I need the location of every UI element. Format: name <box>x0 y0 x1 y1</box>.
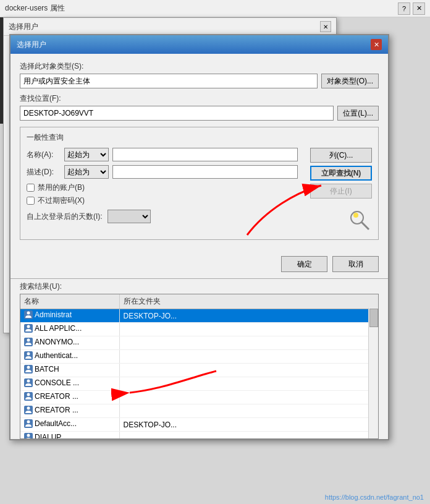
cell-name: ANONYMO... <box>20 336 119 350</box>
outer-dialog-titlebar: 选择用户 ✕ <box>4 18 336 36</box>
svg-point-12 <box>27 434 30 437</box>
table-row[interactable]: AdministratDESKTOP-JO... <box>20 309 378 323</box>
cell-name: DIALUP <box>20 432 119 440</box>
vertical-scrollbar[interactable] <box>368 308 378 438</box>
table-row[interactable]: CREATOR ... <box>20 391 378 404</box>
location-group: 查找位置(F): 位置(L)... <box>20 93 379 121</box>
object-type-group: 选择此对象类型(S): 对象类型(O)... <box>20 61 379 88</box>
cell-name: DefaultAcc... <box>20 418 119 432</box>
name-label: 名称(A): <box>27 150 61 160</box>
disabled-checkbox-row: 禁用的账户(B) <box>27 182 298 193</box>
cell-name: ALL APPLIC... <box>20 323 119 336</box>
background-window-titlebar: docker-users 属性 ? ✕ <box>0 0 430 17</box>
desc-label: 描述(D): <box>27 167 61 177</box>
table-row[interactable]: CREATOR ... <box>20 404 378 418</box>
user-icon: Administrat <box>24 310 72 319</box>
main-dialog-title: 选择用户 <box>17 40 46 50</box>
table-row[interactable]: DIALUP <box>20 432 378 440</box>
cell-location <box>119 377 378 391</box>
table-row[interactable]: ALL APPLIC... <box>20 323 378 336</box>
results-table-container: 名称 所在文件夹 AdministratDESKTOP-JO...ALL APP… <box>20 294 379 439</box>
cell-name: Administrat <box>20 309 119 323</box>
object-type-btn[interactable]: 对象类型(O)... <box>321 74 379 88</box>
svg-point-8 <box>27 380 30 383</box>
table-row[interactable]: CONSOLE ... <box>20 377 378 391</box>
results-section: 搜索结果(U): 名称 所在文件夹 AdministratDESKTOP-JO.… <box>11 278 388 439</box>
stop-btn[interactable]: 停止(I) <box>310 184 372 199</box>
svg-point-3 <box>27 312 30 315</box>
user-icon: CREATOR ... <box>24 406 78 414</box>
cancel-btn[interactable]: 取消 <box>332 256 379 272</box>
search-now-btn[interactable]: 立即查找(N) <box>310 166 372 181</box>
no-expire-label: 不过期密码(X) <box>38 195 85 206</box>
general-query-title: 一般性查询 <box>27 132 372 143</box>
location-input[interactable] <box>20 106 334 121</box>
cell-location <box>119 336 378 350</box>
dialog-footer: 确定 取消 <box>11 254 388 278</box>
name-select[interactable]: 起始为 <box>64 148 109 161</box>
days-label: 自上次登录后的天数(I): <box>27 211 103 222</box>
user-icon: CREATOR ... <box>24 392 78 401</box>
desc-text-input[interactable] <box>112 165 298 179</box>
cell-location <box>119 432 378 440</box>
outer-dialog-close-btn[interactable]: ✕ <box>320 21 331 32</box>
cell-location <box>119 391 378 404</box>
watermark: https://blog.csdn.net/fagrant_no1 <box>325 493 424 501</box>
general-query-box: 一般性查询 名称(A): 起始为 描述(D): <box>20 127 379 240</box>
list-btn[interactable]: 列(C)... <box>310 148 372 163</box>
desc-select[interactable]: 起始为 <box>64 165 109 179</box>
background-window-title: docker-users 属性 <box>5 3 65 14</box>
cell-name: CREATOR ... <box>20 404 119 418</box>
user-icon: DefaultAcc... <box>24 419 77 428</box>
search-icon <box>347 208 372 234</box>
cell-name: CREATOR ... <box>20 391 119 404</box>
table-row[interactable]: Authenticat... <box>20 350 378 364</box>
user-icon: BATCH <box>24 365 59 374</box>
background-help-btn[interactable]: ? <box>398 2 410 15</box>
cell-location <box>119 404 378 418</box>
name-text-input[interactable] <box>112 148 298 161</box>
svg-point-11 <box>27 421 30 424</box>
cell-location: DESKTOP-JO... <box>119 418 378 432</box>
outer-dialog-title: 选择用户 <box>9 22 38 32</box>
cell-name: CONSOLE ... <box>20 377 119 391</box>
ok-btn[interactable]: 确定 <box>281 256 327 272</box>
table-row[interactable]: DefaultAcc...DESKTOP-JO... <box>20 418 378 432</box>
user-icon: Authenticat... <box>24 351 78 360</box>
location-btn[interactable]: 位置(L)... <box>337 106 379 121</box>
col-location-header: 所在文件夹 <box>119 294 378 309</box>
cell-name: Authenticat... <box>20 350 119 364</box>
cell-location <box>119 364 378 377</box>
main-dialog-close-btn[interactable]: ✕ <box>371 39 382 50</box>
svg-point-6 <box>27 352 30 356</box>
disabled-label: 禁用的账户(B) <box>38 182 85 193</box>
days-input[interactable] <box>108 210 151 223</box>
svg-point-10 <box>27 407 30 410</box>
cell-location <box>119 350 378 364</box>
object-type-input[interactable] <box>20 74 318 88</box>
cell-name: BATCH <box>20 364 119 377</box>
user-icon: ANONYMO... <box>24 338 79 346</box>
no-expire-checkbox-row: 不过期密码(X) <box>27 195 298 206</box>
svg-line-1 <box>361 222 369 229</box>
user-icon: CONSOLE ... <box>24 378 79 387</box>
table-row[interactable]: BATCH <box>20 364 378 377</box>
cell-location <box>119 323 378 336</box>
location-label: 查找位置(F): <box>20 93 379 104</box>
user-icon: DIALUP <box>24 433 61 439</box>
table-row[interactable]: ANONYMO... <box>20 336 378 350</box>
user-icon: ALL APPLIC... <box>24 324 82 333</box>
cell-location: DESKTOP-JO... <box>119 309 378 323</box>
background-close-btn[interactable]: ✕ <box>413 2 425 15</box>
svg-point-5 <box>27 339 30 342</box>
svg-point-7 <box>27 366 30 369</box>
main-dialog: 选择用户 ✕ 选择此对象类型(S): 对象类型(O)... 查找位置(F): 位… <box>9 34 389 440</box>
disabled-checkbox[interactable] <box>27 184 35 192</box>
no-expire-checkbox[interactable] <box>27 197 35 205</box>
object-type-label: 选择此对象类型(S): <box>20 61 379 72</box>
scrollbar-thumb[interactable] <box>369 309 378 327</box>
col-name-header: 名称 <box>20 294 119 309</box>
main-dialog-titlebar: 选择用户 ✕ <box>11 35 388 54</box>
svg-point-4 <box>27 325 30 328</box>
svg-point-2 <box>353 213 358 218</box>
